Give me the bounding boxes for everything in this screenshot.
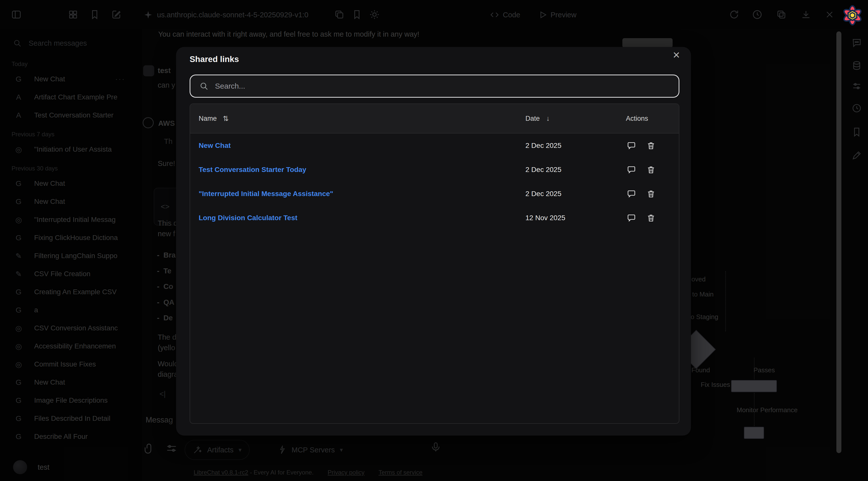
atom-flower-logo[interactable] bbox=[841, 4, 864, 27]
delete-icon[interactable] bbox=[646, 213, 656, 223]
shared-links-table: Name ⇅ Date ↓ Actions New Chat2 Dec 2025… bbox=[190, 103, 679, 424]
sort-updown-icon[interactable]: ⇅ bbox=[223, 115, 228, 123]
shared-link-date: 2 Dec 2025 bbox=[525, 190, 620, 198]
delete-icon[interactable] bbox=[646, 188, 656, 199]
shared-link-name[interactable]: Long Division Calculator Test bbox=[199, 214, 298, 222]
open-chat-icon[interactable] bbox=[626, 164, 637, 175]
shared-link-row: New Chat2 Dec 2025 bbox=[190, 134, 679, 158]
table-header-row: Name ⇅ Date ↓ Actions bbox=[190, 104, 679, 134]
table-body: New Chat2 Dec 2025Test Conversation Star… bbox=[190, 134, 679, 230]
search-input[interactable] bbox=[215, 82, 679, 90]
delete-icon[interactable] bbox=[646, 140, 656, 151]
shared-link-date: 2 Dec 2025 bbox=[525, 141, 620, 150]
shared-link-date: 2 Dec 2025 bbox=[525, 166, 620, 174]
date-column-header[interactable]: Date bbox=[525, 115, 540, 123]
shared-link-date: 12 Nov 2025 bbox=[525, 214, 620, 222]
delete-icon[interactable] bbox=[646, 164, 656, 175]
shared-link-name[interactable]: "Interrupted Initial Message Assistance" bbox=[199, 190, 333, 198]
name-column-header[interactable]: Name bbox=[199, 115, 217, 123]
shared-links-search[interactable] bbox=[190, 74, 679, 98]
search-icon bbox=[199, 82, 209, 91]
close-icon[interactable]: × bbox=[673, 49, 680, 61]
sort-desc-icon[interactable]: ↓ bbox=[546, 115, 550, 123]
dialog-title: Shared links bbox=[190, 55, 239, 64]
shared-link-name[interactable]: New Chat bbox=[199, 141, 231, 150]
shared-link-row: "Interrupted Initial Message Assistance"… bbox=[190, 182, 679, 206]
open-chat-icon[interactable] bbox=[626, 213, 637, 223]
actions-column-header: Actions bbox=[626, 115, 648, 123]
shared-links-dialog: Shared links × Name ⇅ Date ↓ Actions New… bbox=[176, 47, 691, 436]
shared-link-row: Test Conversation Starter Today2 Dec 202… bbox=[190, 158, 679, 182]
open-chat-icon[interactable] bbox=[626, 188, 637, 199]
shared-link-name[interactable]: Test Conversation Starter Today bbox=[199, 166, 306, 174]
shared-link-row: Long Division Calculator Test12 Nov 2025 bbox=[190, 206, 679, 230]
open-chat-icon[interactable] bbox=[626, 140, 637, 151]
